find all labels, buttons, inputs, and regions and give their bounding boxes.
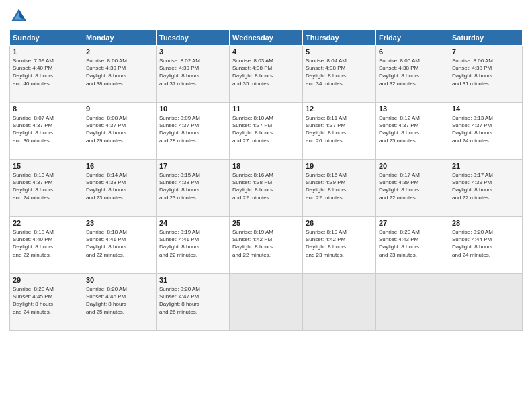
header-cell-thursday: Thursday	[303, 30, 376, 46]
day-cell: 2Sunrise: 8:00 AM Sunset: 4:39 PM Daylig…	[83, 46, 157, 103]
day-number: 4	[232, 48, 300, 56]
day-number: 28	[452, 219, 519, 227]
day-cell: 18Sunrise: 8:16 AM Sunset: 4:38 PM Dayli…	[230, 160, 303, 217]
day-detail: Sunrise: 8:05 AM Sunset: 4:38 PM Dayligh…	[379, 57, 446, 87]
day-detail: Sunrise: 8:16 AM Sunset: 4:39 PM Dayligh…	[306, 171, 373, 201]
day-detail: Sunrise: 8:16 AM Sunset: 4:38 PM Dayligh…	[232, 171, 300, 201]
day-number: 14	[452, 105, 519, 113]
logo	[9, 7, 31, 26]
day-cell: 25Sunrise: 8:19 AM Sunset: 4:42 PM Dayli…	[230, 217, 303, 274]
day-cell	[376, 274, 449, 331]
day-cell: 17Sunrise: 8:15 AM Sunset: 4:38 PM Dayli…	[157, 160, 230, 217]
day-detail: Sunrise: 8:17 AM Sunset: 4:39 PM Dayligh…	[452, 171, 519, 201]
day-number: 9	[86, 105, 153, 113]
day-cell: 26Sunrise: 8:19 AM Sunset: 4:42 PM Dayli…	[303, 217, 376, 274]
day-cell	[230, 274, 303, 331]
week-row-5: 29Sunrise: 8:20 AM Sunset: 4:45 PM Dayli…	[10, 274, 523, 331]
day-cell: 10Sunrise: 8:09 AM Sunset: 4:37 PM Dayli…	[157, 103, 230, 160]
header-cell-tuesday: Tuesday	[157, 30, 230, 46]
day-detail: Sunrise: 8:00 AM Sunset: 4:39 PM Dayligh…	[86, 57, 153, 87]
day-number: 30	[86, 276, 153, 284]
day-detail: Sunrise: 8:20 AM Sunset: 4:46 PM Dayligh…	[86, 285, 153, 316]
day-cell: 30Sunrise: 8:20 AM Sunset: 4:46 PM Dayli…	[83, 274, 157, 331]
day-detail: Sunrise: 8:03 AM Sunset: 4:38 PM Dayligh…	[232, 57, 300, 87]
day-cell: 29Sunrise: 8:20 AM Sunset: 4:45 PM Dayli…	[10, 274, 83, 331]
day-cell: 28Sunrise: 8:20 AM Sunset: 4:44 PM Dayli…	[449, 217, 523, 274]
day-cell: 27Sunrise: 8:20 AM Sunset: 4:43 PM Dayli…	[376, 217, 449, 274]
day-number: 3	[159, 48, 226, 56]
day-cell: 20Sunrise: 8:17 AM Sunset: 4:39 PM Dayli…	[376, 160, 449, 217]
day-number: 26	[306, 219, 373, 227]
day-cell: 5Sunrise: 8:04 AM Sunset: 4:38 PM Daylig…	[303, 46, 376, 103]
day-number: 5	[306, 48, 373, 56]
day-detail: Sunrise: 8:20 AM Sunset: 4:44 PM Dayligh…	[452, 228, 519, 259]
header-row: SundayMondayTuesdayWednesdayThursdayFrid…	[10, 30, 523, 46]
day-detail: Sunrise: 8:13 AM Sunset: 4:37 PM Dayligh…	[13, 171, 80, 201]
day-detail: Sunrise: 8:19 AM Sunset: 4:42 PM Dayligh…	[306, 228, 373, 259]
day-number: 21	[452, 162, 519, 170]
header-cell-monday: Monday	[83, 30, 157, 46]
day-detail: Sunrise: 8:06 AM Sunset: 4:38 PM Dayligh…	[452, 57, 519, 87]
day-detail: Sunrise: 8:08 AM Sunset: 4:37 PM Dayligh…	[86, 114, 153, 144]
day-number: 10	[159, 105, 226, 113]
header	[9, 7, 523, 26]
day-detail: Sunrise: 8:11 AM Sunset: 4:37 PM Dayligh…	[306, 114, 373, 144]
header-cell-friday: Friday	[376, 30, 449, 46]
day-cell: 1Sunrise: 7:59 AM Sunset: 4:40 PM Daylig…	[10, 46, 83, 103]
day-cell: 9Sunrise: 8:08 AM Sunset: 4:37 PM Daylig…	[83, 103, 157, 160]
day-detail: Sunrise: 8:15 AM Sunset: 4:38 PM Dayligh…	[159, 171, 226, 201]
day-number: 11	[232, 105, 300, 113]
calendar-header: SundayMondayTuesdayWednesdayThursdayFrid…	[10, 30, 523, 46]
day-cell: 7Sunrise: 8:06 AM Sunset: 4:38 PM Daylig…	[449, 46, 523, 103]
day-detail: Sunrise: 8:19 AM Sunset: 4:42 PM Dayligh…	[232, 228, 300, 259]
header-cell-wednesday: Wednesday	[230, 30, 303, 46]
day-detail: Sunrise: 8:10 AM Sunset: 4:37 PM Dayligh…	[232, 114, 300, 144]
day-cell: 16Sunrise: 8:14 AM Sunset: 4:38 PM Dayli…	[83, 160, 157, 217]
day-cell: 21Sunrise: 8:17 AM Sunset: 4:39 PM Dayli…	[449, 160, 523, 217]
day-number: 15	[13, 162, 80, 170]
day-detail: Sunrise: 8:18 AM Sunset: 4:40 PM Dayligh…	[13, 228, 80, 259]
day-cell: 31Sunrise: 8:20 AM Sunset: 4:47 PM Dayli…	[157, 274, 230, 331]
day-cell: 15Sunrise: 8:13 AM Sunset: 4:37 PM Dayli…	[10, 160, 83, 217]
header-cell-saturday: Saturday	[449, 30, 523, 46]
calendar-table: SundayMondayTuesdayWednesdayThursdayFrid…	[9, 30, 523, 331]
day-cell: 24Sunrise: 8:19 AM Sunset: 4:41 PM Dayli…	[157, 217, 230, 274]
day-detail: Sunrise: 8:02 AM Sunset: 4:39 PM Dayligh…	[159, 57, 226, 87]
day-detail: Sunrise: 8:17 AM Sunset: 4:39 PM Dayligh…	[379, 171, 446, 201]
page: SundayMondayTuesdayWednesdayThursdayFrid…	[0, 0, 532, 411]
day-number: 23	[86, 219, 153, 227]
calendar-body: 1Sunrise: 7:59 AM Sunset: 4:40 PM Daylig…	[10, 46, 523, 331]
day-number: 19	[306, 162, 373, 170]
day-number: 20	[379, 162, 446, 170]
day-cell: 19Sunrise: 8:16 AM Sunset: 4:39 PM Dayli…	[303, 160, 376, 217]
day-detail: Sunrise: 8:19 AM Sunset: 4:41 PM Dayligh…	[159, 228, 226, 259]
day-number: 7	[452, 48, 519, 56]
day-number: 6	[379, 48, 446, 56]
day-cell: 4Sunrise: 8:03 AM Sunset: 4:38 PM Daylig…	[230, 46, 303, 103]
day-number: 12	[306, 105, 373, 113]
day-cell: 14Sunrise: 8:13 AM Sunset: 4:37 PM Dayli…	[449, 103, 523, 160]
week-row-2: 8Sunrise: 8:07 AM Sunset: 4:37 PM Daylig…	[10, 103, 523, 160]
day-number: 25	[232, 219, 300, 227]
day-number: 29	[13, 276, 80, 284]
day-detail: Sunrise: 8:20 AM Sunset: 4:47 PM Dayligh…	[159, 285, 226, 316]
day-number: 31	[159, 276, 226, 284]
day-cell: 3Sunrise: 8:02 AM Sunset: 4:39 PM Daylig…	[157, 46, 230, 103]
day-number: 18	[232, 162, 300, 170]
day-number: 8	[13, 105, 80, 113]
day-cell: 6Sunrise: 8:05 AM Sunset: 4:38 PM Daylig…	[376, 46, 449, 103]
day-detail: Sunrise: 8:07 AM Sunset: 4:37 PM Dayligh…	[13, 114, 80, 144]
day-cell	[303, 274, 376, 331]
day-number: 13	[379, 105, 446, 113]
day-cell: 23Sunrise: 8:18 AM Sunset: 4:41 PM Dayli…	[83, 217, 157, 274]
day-cell: 22Sunrise: 8:18 AM Sunset: 4:40 PM Dayli…	[10, 217, 83, 274]
header-cell-sunday: Sunday	[10, 30, 83, 46]
day-number: 22	[13, 219, 80, 227]
day-detail: Sunrise: 8:04 AM Sunset: 4:38 PM Dayligh…	[306, 57, 373, 87]
day-number: 17	[159, 162, 226, 170]
day-detail: Sunrise: 8:09 AM Sunset: 4:37 PM Dayligh…	[159, 114, 226, 144]
day-cell: 11Sunrise: 8:10 AM Sunset: 4:37 PM Dayli…	[230, 103, 303, 160]
week-row-4: 22Sunrise: 8:18 AM Sunset: 4:40 PM Dayli…	[10, 217, 523, 274]
week-row-3: 15Sunrise: 8:13 AM Sunset: 4:37 PM Dayli…	[10, 160, 523, 217]
day-number: 2	[86, 48, 153, 56]
